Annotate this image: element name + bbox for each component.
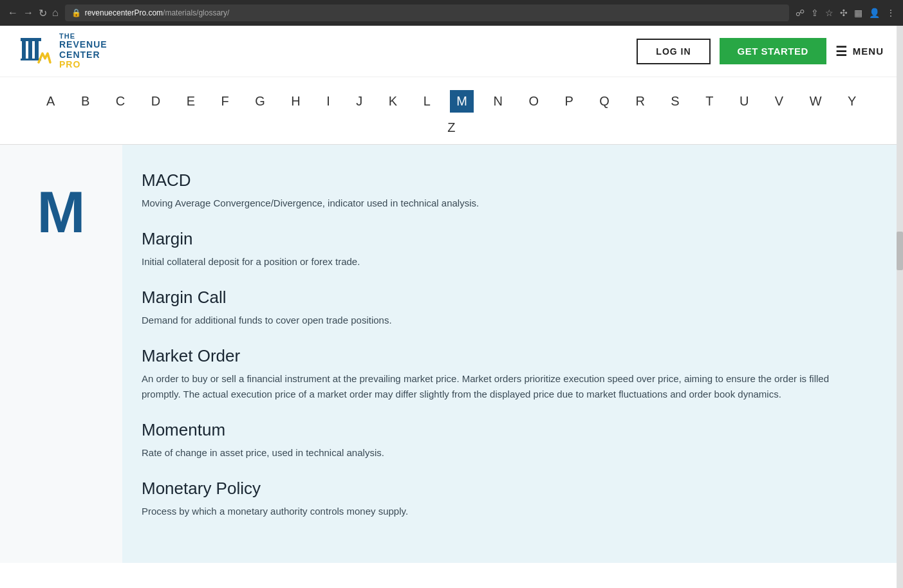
menu-label: MENU <box>853 46 884 57</box>
term-momentum: Momentum Rate of change in asset price, … <box>142 420 864 461</box>
term-title-monetary-policy: Monetary Policy <box>142 479 864 499</box>
back-button[interactable]: ← <box>8 7 18 19</box>
alpha-A[interactable]: A <box>40 90 62 113</box>
header-nav: LOG IN GET STARTED ☰ MENU <box>637 38 884 64</box>
profile-icon[interactable]: 👤 <box>869 8 880 18</box>
term-title-market-order: Market Order <box>142 346 864 366</box>
sidebar-letter: M <box>0 145 122 563</box>
term-macd: MACD Moving Average Convergence/Divergen… <box>142 170 864 211</box>
menu-button[interactable]: ☰ MENU <box>835 44 884 59</box>
alpha-N[interactable]: N <box>487 90 509 113</box>
hamburger-icon: ☰ <box>835 44 848 59</box>
lock-icon: 🔒 <box>71 8 81 17</box>
translate-icon[interactable]: ☍ <box>796 8 805 18</box>
main-content: M MACD Moving Average Convergence/Diverg… <box>0 145 903 563</box>
scrollbar-track[interactable] <box>897 26 903 563</box>
alpha-Y[interactable]: Y <box>841 90 863 113</box>
alpha-J[interactable]: J <box>349 90 369 113</box>
share-icon[interactable]: ⇪ <box>811 8 819 18</box>
site-header: THE REVENUE CENTER PRO LOG IN GET STARTE… <box>0 26 903 77</box>
alpha-R[interactable]: R <box>629 90 651 113</box>
svg-rect-3 <box>21 38 41 41</box>
bookmark-icon[interactable]: ☆ <box>825 8 833 18</box>
term-market-order: Market Order An order to buy or sell a f… <box>142 346 864 402</box>
term-desc-macd: Moving Average Convergence/Divergence, i… <box>142 196 864 211</box>
alpha-B[interactable]: B <box>75 90 97 113</box>
alpha-L[interactable]: L <box>417 90 438 113</box>
term-desc-monetary-policy: Process by which a monetary authority co… <box>142 504 864 519</box>
alpha-O[interactable]: O <box>522 90 545 113</box>
term-title-margin: Margin <box>142 229 864 249</box>
svg-rect-4 <box>21 59 41 60</box>
alpha-H[interactable]: H <box>284 90 307 113</box>
scrollbar-thumb[interactable] <box>897 232 903 270</box>
term-title-momentum: Momentum <box>142 420 864 440</box>
split-view-icon[interactable]: ▦ <box>854 8 862 18</box>
alpha-V[interactable]: V <box>768 90 790 113</box>
alpha-Z[interactable]: Z <box>441 116 462 139</box>
alpha-P[interactable]: P <box>558 90 580 113</box>
term-title-macd: MACD <box>142 170 864 190</box>
term-desc-market-order: An order to buy or sell a financial inst… <box>142 371 864 402</box>
alpha-G[interactable]: G <box>248 90 272 113</box>
term-desc-momentum: Rate of change in asset price, used in t… <box>142 445 864 461</box>
browser-right-icons: ☍ ⇪ ☆ ✣ ▦ 👤 ⋮ <box>796 8 895 18</box>
glossary-content: MACD Moving Average Convergence/Divergen… <box>122 145 903 563</box>
refresh-button[interactable]: ↻ <box>39 7 47 19</box>
alpha-I[interactable]: I <box>320 90 337 113</box>
logo[interactable]: THE REVENUE CENTER PRO <box>19 32 107 69</box>
term-margin: Margin Initial collateral deposit for a … <box>142 229 864 270</box>
alpha-C[interactable]: C <box>109 90 132 113</box>
section-big-letter: M <box>37 183 86 563</box>
address-bar[interactable]: 🔒 revenuecenterPro.com/materials/glossar… <box>65 5 789 21</box>
alpha-Q[interactable]: Q <box>593 90 616 113</box>
logo-text: THE REVENUE CENTER PRO <box>59 32 107 69</box>
get-started-button[interactable]: GET STARTED <box>720 38 826 64</box>
forward-button[interactable]: → <box>23 7 33 19</box>
alpha-E[interactable]: E <box>180 90 202 113</box>
alpha-M[interactable]: M <box>450 90 474 113</box>
home-button[interactable]: ⌂ <box>52 7 59 19</box>
alphabet-nav: A B C D E F G H I J K L M N O P Q R S T … <box>0 77 903 145</box>
svg-rect-1 <box>28 41 32 59</box>
svg-rect-0 <box>22 41 26 59</box>
browser-nav-buttons[interactable]: ← → ↻ ⌂ <box>8 7 59 19</box>
alphabet-row: A B C D E F G H I J K L M N O P Q R S T … <box>0 90 903 113</box>
alpha-K[interactable]: K <box>382 90 404 113</box>
term-monetary-policy: Monetary Policy Process by which a monet… <box>142 479 864 519</box>
term-title-margin-call: Margin Call <box>142 288 864 308</box>
svg-rect-2 <box>35 41 39 59</box>
extensions-icon[interactable]: ✣ <box>840 8 848 18</box>
alpha-D[interactable]: D <box>145 90 167 113</box>
term-margin-call: Margin Call Demand for additional funds … <box>142 288 864 328</box>
alpha-F[interactable]: F <box>215 90 236 113</box>
alpha-W[interactable]: W <box>803 90 828 113</box>
alphabet-row-z: Z <box>0 116 903 139</box>
url-text: revenuecenterPro.com/materials/glossary/ <box>85 8 230 17</box>
alpha-U[interactable]: U <box>733 90 756 113</box>
term-desc-margin-call: Demand for additional funds to cover ope… <box>142 313 864 328</box>
term-desc-margin: Initial collateral deposit for a positio… <box>142 254 864 270</box>
logo-icon <box>19 34 53 68</box>
alpha-S[interactable]: S <box>664 90 686 113</box>
more-icon[interactable]: ⋮ <box>886 8 895 18</box>
login-button[interactable]: LOG IN <box>637 39 710 64</box>
browser-chrome: ← → ↻ ⌂ 🔒 revenuecenterPro.com/materials… <box>0 0 903 26</box>
alpha-T[interactable]: T <box>699 90 720 113</box>
